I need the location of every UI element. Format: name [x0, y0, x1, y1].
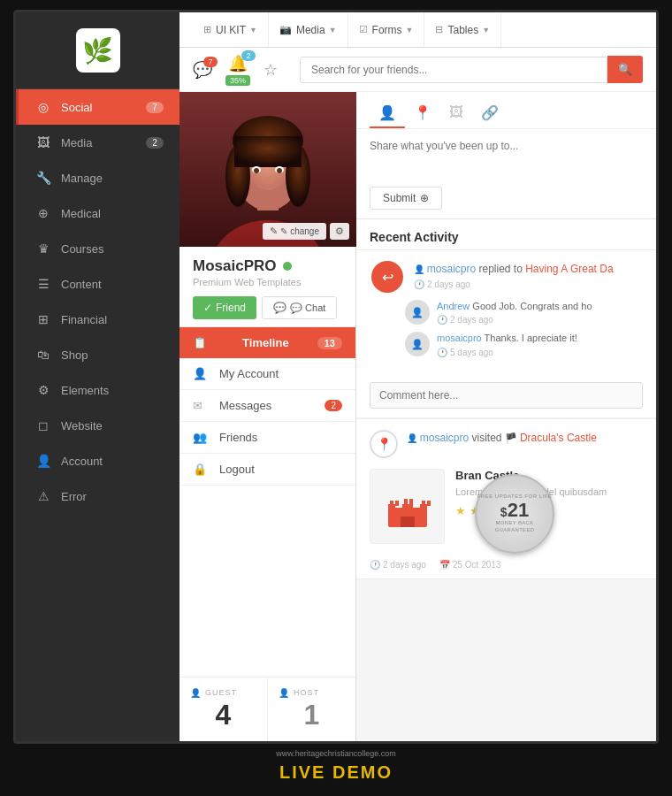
reply-text-1: Andrew Good Job. Congrats and ho: [437, 300, 592, 313]
content-icon: ☰: [34, 277, 52, 291]
tab-link[interactable]: 🔗: [472, 99, 508, 128]
price-badge: FREE UPDATES FOR LIFE $21 MONEY BACK GUA…: [475, 474, 554, 554]
nav-forms-label: Forms: [372, 24, 402, 36]
top-nav: ⊞ UI KIT ▼ 📷 Media ▼ ☑ Forms ▼ ⊟ Tables …: [179, 12, 656, 48]
post-submit-area: Submit ⊕: [356, 181, 656, 218]
post-type-tabs: 👤 📍 🖼 🔗: [356, 92, 656, 129]
chat-button[interactable]: 💬 💬 Chat: [262, 296, 337, 319]
submit-label: Submit: [383, 192, 416, 204]
meta-time: 🕐 2 days ago: [370, 560, 426, 570]
sidebar-item-elements[interactable]: ⚙ Elements: [16, 372, 179, 408]
logo-box: 🌿: [76, 28, 120, 73]
search-button[interactable]: 🔍: [607, 56, 643, 83]
svg-rect-16: [390, 501, 393, 506]
reply-user-name-1[interactable]: Andrew: [437, 301, 470, 311]
shop-icon: 🛍: [34, 348, 52, 362]
menu-item-friends[interactable]: 👥 Friends: [179, 422, 355, 454]
thread-replies-1: 👤 Andrew Good Job. Congrats and ho 🕐: [356, 300, 656, 373]
thread-main-1: ↩ 👤 mosaicpro replied to Having A Great …: [356, 250, 656, 300]
my-account-label: My Account: [219, 367, 279, 380]
friends-icon: 👥: [193, 431, 210, 444]
messages-notification[interactable]: 💬 7: [193, 60, 212, 80]
sidebar-item-medical-label: Medical: [61, 207, 101, 220]
sidebar-item-shop[interactable]: 🛍 Shop: [16, 337, 179, 372]
location-avatar: 📍: [370, 430, 398, 458]
account-icon: 👤: [34, 454, 52, 468]
nav-ui-kit[interactable]: ⊞ UI KIT ▼: [193, 12, 269, 47]
star-1: ★: [455, 504, 466, 517]
clock-icon-r1: 🕐: [437, 315, 447, 325]
social-badge: 7: [146, 102, 164, 113]
star-icon: ☆: [263, 60, 278, 80]
castle-image: [370, 469, 445, 544]
meta-date: 📅 25 Oct 2013: [439, 560, 500, 570]
guest-stat: 👤 GUEST 4: [179, 677, 268, 741]
menu-item-messages[interactable]: ✉ Messages 2: [179, 390, 355, 422]
star-notification[interactable]: ☆: [263, 60, 278, 80]
messages-menu-icon: ✉: [193, 399, 210, 412]
activity-target-1[interactable]: Having A Great Da: [525, 263, 613, 275]
sidebar-item-social[interactable]: ◎ Social 7: [16, 89, 179, 125]
logo-icon: 🌿: [82, 36, 113, 65]
svg-point-10: [254, 168, 259, 173]
elements-icon: ⚙: [34, 383, 52, 397]
gear-icon: ⚙: [335, 226, 344, 236]
pencil-icon: ✎: [270, 226, 278, 237]
online-indicator: [283, 262, 292, 271]
reply-user-name-2[interactable]: mosaicpro: [437, 333, 482, 343]
price-amount: $21: [500, 501, 529, 520]
sidebar-item-media[interactable]: 🖼 Media 2: [16, 125, 179, 160]
sidebar: 🌿 ◎ Social 7 🖼 Media 2 🔧 Manage ⊕ Medica…: [16, 12, 179, 741]
sidebar-item-medical[interactable]: ⊕ Medical: [16, 195, 179, 231]
side-menu: 📋 Timeline 13 👤 My Account ✉ Messages 2: [179, 327, 355, 677]
location-pin-icon: 📍: [377, 437, 392, 451]
side-menu-header: 📋 Timeline 13: [179, 327, 355, 358]
sidebar-item-media-label: Media: [61, 136, 92, 149]
sidebar-item-courses[interactable]: ♛ Courses: [16, 231, 179, 266]
tab-location[interactable]: 📍: [405, 99, 440, 128]
menu-item-my-account[interactable]: 👤 My Account: [179, 358, 355, 390]
change-photo-button[interactable]: ✎ ✎ change: [263, 223, 326, 240]
menu-item-logout[interactable]: 🔒 Logout: [179, 454, 355, 486]
alerts-notification[interactable]: 🔔 2 35%: [225, 54, 250, 86]
clock-icon-r2: 🕐: [437, 348, 447, 357]
sidebar-item-financial[interactable]: ⊞ Financial: [16, 302, 179, 337]
photo-settings-button[interactable]: ⚙: [330, 223, 349, 240]
nav-media[interactable]: 📷 Media ▼: [269, 12, 348, 47]
location-target[interactable]: Dracula's Castle: [520, 432, 597, 444]
activity-time-1: 🕐 2 days ago: [414, 279, 643, 289]
nav-tables-icon: ⊟: [435, 24, 443, 35]
nav-tables-label: Tables: [447, 24, 478, 36]
reply-text-2: mosaicpro Thanks. I apreciate it!: [437, 332, 577, 345]
nav-tables[interactable]: ⊟ Tables ▼: [424, 12, 501, 47]
activity-user-1[interactable]: mosaicpro: [427, 263, 476, 275]
change-photo-label: ✎ change: [280, 226, 319, 236]
location-user[interactable]: mosaicpro: [420, 432, 469, 444]
sidebar-item-website[interactable]: ◻ Website: [16, 408, 179, 443]
host-value: 1: [279, 700, 345, 731]
messages-badge: 7: [203, 57, 218, 67]
submit-button[interactable]: Submit ⊕: [370, 187, 442, 210]
sidebar-item-content[interactable]: ☰ Content: [16, 266, 179, 302]
comment-input[interactable]: [370, 382, 643, 409]
location-flag-icon: 🏴: [505, 432, 520, 443]
profile-subtitle: Premium Web Templates: [193, 277, 342, 287]
sidebar-item-manage[interactable]: 🔧 Manage: [16, 160, 179, 195]
nav-forms[interactable]: ☑ Forms ▼: [348, 12, 425, 47]
forms-chevron: ▼: [406, 26, 414, 34]
footer-url: www.heritagechristiancollege.com: [13, 749, 659, 758]
post-textarea[interactable]: [356, 129, 656, 178]
svg-point-11: [277, 168, 282, 173]
tab-photo[interactable]: 🖼: [440, 99, 472, 128]
profile-info: MosaicPRO Premium Web Templates ✓ Friend…: [179, 247, 355, 327]
sidebar-item-account[interactable]: 👤 Account: [16, 443, 179, 478]
sidebar-item-error[interactable]: ⚠ Error: [16, 478, 179, 514]
progress-badge: 35%: [225, 75, 250, 86]
search-input[interactable]: [300, 57, 607, 83]
tab-person[interactable]: 👤: [370, 99, 405, 128]
profile-name: MosaicPRO: [193, 257, 276, 275]
sidebar-item-website-label: Website: [61, 419, 103, 432]
reply-time-1: 🕐 2 days ago: [437, 315, 592, 325]
friend-button[interactable]: ✓ Friend: [193, 296, 256, 319]
social-icon: ◎: [34, 100, 52, 114]
